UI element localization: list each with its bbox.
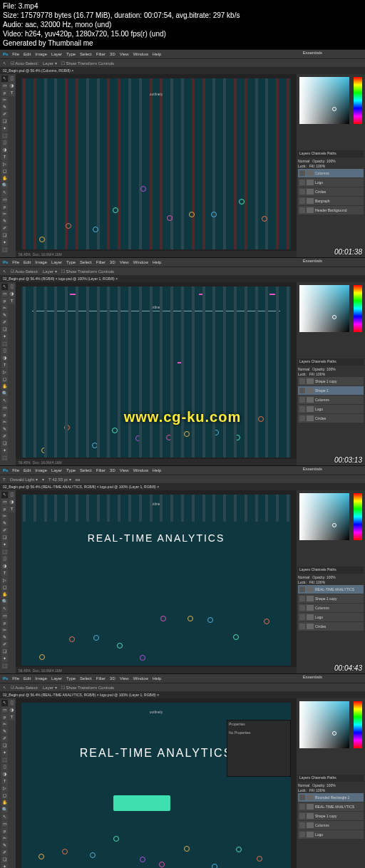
menu-item[interactable]: Edit xyxy=(24,52,31,56)
tool-button[interactable]: ρ xyxy=(1,204,8,210)
eye-icon[interactable] xyxy=(299,804,305,810)
tool-button[interactable]: ✎ xyxy=(1,426,8,433)
tool-button[interactable]: ↖ xyxy=(1,284,8,290)
tool-button[interactable]: ✎ xyxy=(1,312,8,319)
tool-button[interactable]: ⬚ xyxy=(1,133,8,139)
blend-mode[interactable]: Normal Opacity: 100% xyxy=(298,159,364,163)
menu-item[interactable]: File xyxy=(12,52,19,56)
menu-item[interactable]: 3D xyxy=(110,676,115,681)
tool-button[interactable]: 🔍 xyxy=(1,182,8,189)
tool-button[interactable]: ▷ xyxy=(1,785,8,792)
layer-row[interactable]: Columns xyxy=(298,396,364,404)
tool-button[interactable]: ✋ xyxy=(1,175,8,182)
tool-button[interactable]: ▭ xyxy=(1,291,8,297)
menu-item[interactable]: Select xyxy=(80,260,92,264)
color-picker[interactable] xyxy=(299,701,349,748)
tool-button[interactable]: ✐ xyxy=(1,849,8,856)
menu-item[interactable]: Layer xyxy=(51,52,62,56)
tool-button[interactable]: T xyxy=(9,506,15,512)
menu-item[interactable]: Filter xyxy=(96,676,106,681)
tool-button[interactable]: ✐ xyxy=(1,111,8,118)
tool-button[interactable]: ✎ xyxy=(1,634,8,641)
layer-row[interactable]: Circles xyxy=(298,187,364,196)
menu-item[interactable]: Edit xyxy=(24,260,31,264)
menu-item[interactable]: Window xyxy=(133,52,148,56)
tool-button[interactable]: ▷ xyxy=(1,161,8,167)
show-transform-check[interactable]: ☐ Show Transform Controls xyxy=(61,685,114,690)
tool-button[interactable]: ✎ xyxy=(1,520,8,527)
menu-item[interactable]: Image xyxy=(35,676,47,681)
tool-button[interactable]: ◻ xyxy=(1,792,8,799)
zoom-level[interactable]: 56.45% xyxy=(19,252,31,257)
tool-button[interactable]: ⌷ xyxy=(9,492,15,498)
auto-select-target[interactable]: Layer ▾ xyxy=(43,269,57,274)
menu-item[interactable]: Window xyxy=(133,468,148,472)
canvas[interactable]: outlinely REAL-TIME ANALYTICS 56.45% Doc… xyxy=(16,490,297,674)
menu-item[interactable]: Type xyxy=(66,468,76,472)
eye-icon[interactable] xyxy=(299,207,305,213)
menu-item[interactable]: Layer xyxy=(51,676,62,681)
auto-select-check[interactable]: ☑ Auto-Select: xyxy=(11,269,38,274)
auto-select-check[interactable]: ☑ Auto-Select: xyxy=(11,685,38,690)
layer-row[interactable]: Shape 1 copy xyxy=(298,812,364,820)
tool-button[interactable]: ▭ xyxy=(1,613,8,619)
canvas[interactable]: outlinely REAL-TIME ANALYTICS 56.45% Doc… xyxy=(16,698,297,868)
color-picker[interactable] xyxy=(299,285,349,332)
tool-button[interactable]: ❏ xyxy=(1,326,8,333)
workspace-switcher[interactable]: Essentials xyxy=(303,51,322,55)
workspace-switcher[interactable]: Essentials xyxy=(303,259,322,263)
tool-button[interactable]: ⌷ xyxy=(9,76,15,82)
tool-button[interactable]: ▭ xyxy=(1,499,8,505)
tool-button[interactable]: ✂ xyxy=(1,211,8,217)
tool-button[interactable]: ✐ xyxy=(1,735,8,742)
menu-item[interactable]: Layer xyxy=(51,468,62,472)
tool-button[interactable]: ↖ xyxy=(1,76,8,82)
menu-item[interactable]: 3D xyxy=(110,260,115,264)
eye-icon[interactable] xyxy=(299,813,305,819)
menu-item[interactable]: Filter xyxy=(96,468,106,472)
tool-button[interactable]: ❏ xyxy=(1,440,8,447)
tool-button[interactable]: ✂ xyxy=(1,627,8,634)
tool-button[interactable]: T xyxy=(1,362,8,368)
menu-item[interactable]: View xyxy=(120,52,129,56)
artboard[interactable]: outlinely REAL-TIME ANALYTICS xyxy=(21,495,291,666)
menu-item[interactable]: Help xyxy=(153,468,161,472)
tool-button[interactable]: ✦ xyxy=(1,239,8,246)
tool-button[interactable]: ◑ xyxy=(9,291,15,297)
hue-strip[interactable] xyxy=(354,285,362,332)
tool-button[interactable]: ❏ xyxy=(1,118,8,125)
menu-item[interactable]: Type xyxy=(66,260,76,264)
tool-button[interactable]: ρ xyxy=(1,298,8,304)
doc-tab[interactable]: logo.psd @ 100% (Layer 1, RGB/8) × xyxy=(100,485,159,489)
menu-item[interactable]: File xyxy=(12,468,19,472)
menu-item[interactable]: View xyxy=(120,260,129,264)
hue-strip[interactable] xyxy=(354,493,362,540)
show-transform-check[interactable]: ☐ Show Transform Controls xyxy=(61,269,114,274)
menu-item[interactable]: Help xyxy=(153,676,161,681)
tool-button[interactable]: ρ xyxy=(1,90,8,96)
tool-button[interactable]: ◑ xyxy=(1,147,8,153)
color-picker[interactable] xyxy=(299,77,349,124)
tool-button[interactable]: ✂ xyxy=(1,97,8,103)
tool-button[interactable]: ▷ xyxy=(1,577,8,584)
eye-icon[interactable] xyxy=(299,795,305,800)
layer-row[interactable]: REAL-TIME ANALYTICS xyxy=(298,802,364,811)
eye-icon[interactable] xyxy=(299,614,305,620)
tool-button[interactable]: 🔍 xyxy=(1,391,8,397)
zoom-level[interactable]: 56.45% xyxy=(19,460,31,465)
tool-button[interactable]: ↖ xyxy=(1,700,8,706)
layers-tab[interactable]: Layers Channels Paths xyxy=(298,567,364,574)
tool-button[interactable]: ◑ xyxy=(1,771,8,777)
menu-item[interactable]: Select xyxy=(80,468,92,472)
tool-button[interactable]: ↖ xyxy=(1,398,8,404)
tool-button[interactable]: ↖ xyxy=(1,814,8,820)
menu-item[interactable]: View xyxy=(120,676,129,681)
layer-row[interactable]: Columns xyxy=(298,604,364,612)
tool-button[interactable]: ✦ xyxy=(1,448,8,454)
layer-row[interactable]: REAL-TIME ANALYTICS xyxy=(298,585,364,594)
show-transform-check[interactable]: ☐ Show Transform Controls xyxy=(61,61,114,66)
menu-item[interactable]: Window xyxy=(133,260,148,264)
font-family[interactable]: Oswald Light ▾ xyxy=(10,477,38,482)
artboard[interactable]: outlinely xyxy=(21,286,291,458)
layer-row[interactable]: Logo xyxy=(298,613,364,621)
